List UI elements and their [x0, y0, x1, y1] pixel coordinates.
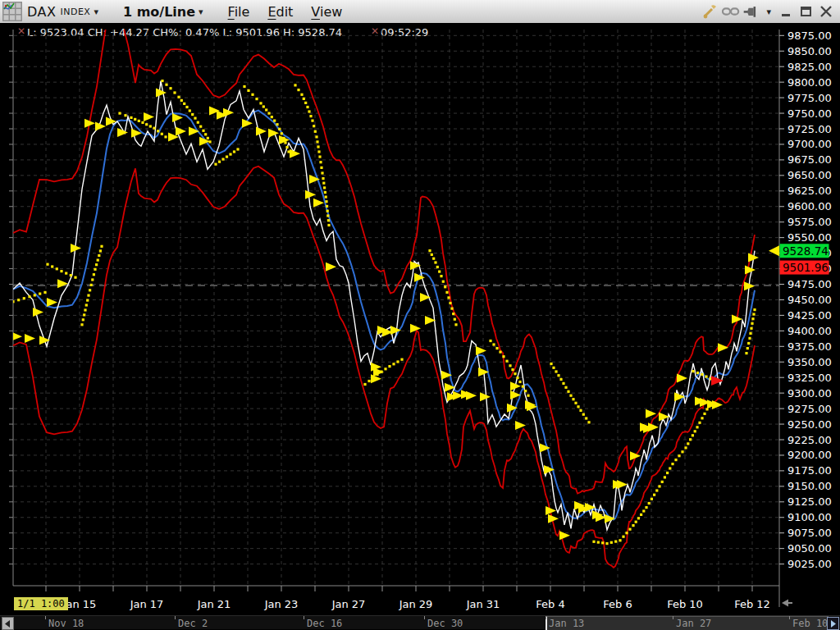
scroll-right-button[interactable] — [827, 617, 839, 630]
pin-icon[interactable] — [742, 2, 760, 21]
y-axis-label: 9275.00 — [788, 403, 832, 415]
price-chart[interactable]: 9025.009050.009075.009100.009125.009150.… — [0, 23, 840, 615]
x-axis-label: Feb 4 — [536, 598, 564, 610]
minimize-icon[interactable] — [779, 5, 794, 18]
buy-signal-icon — [47, 298, 57, 307]
scrollbar-date-label: Dec 2 — [178, 618, 208, 629]
last-price-label: 9528.74 — [780, 244, 829, 258]
buy-signal-icon — [718, 343, 728, 352]
y-axis-label: 9125.00 — [788, 495, 832, 508]
scrollbar-tick — [546, 616, 546, 619]
window-controls — [774, 5, 833, 18]
buy-signal-icon — [476, 346, 486, 355]
y-axis-label: 9775.00 — [788, 92, 832, 104]
menu-edit[interactable]: Edit — [267, 4, 293, 20]
scrollbar-date-label: Jan 13 — [549, 618, 584, 629]
timeframe-selector[interactable]: 1 mo/Line — [123, 4, 195, 20]
x-axis-label: Jan 27 — [331, 598, 366, 610]
y-axis-label: 9025.00 — [788, 558, 832, 570]
buy-signal-icon — [256, 127, 267, 136]
signal-triangles — [11, 89, 759, 541]
last-price-pointer-icon — [769, 245, 779, 256]
scrollbar-tick — [45, 616, 46, 619]
sar-dots — [11, 80, 756, 545]
y-axis-label: 9625.00 — [788, 185, 832, 197]
grid — [14, 30, 778, 586]
date-scrollbar[interactable]: Nov 18Dec 2Dec 16Dec 30Jan 13Jan 27Feb 1… — [0, 615, 840, 629]
scrollbar-date-label: Nov 18 — [48, 618, 84, 629]
y-axis-label: 9350.00 — [788, 356, 832, 368]
app-chart-grid-icon — [2, 2, 22, 21]
scrollbar-date-label: Dec 30 — [427, 618, 463, 629]
y-axis-label: 9725.00 — [788, 123, 832, 135]
buy-signal-icon — [290, 149, 300, 158]
y-axis-label: 9450.00 — [788, 294, 832, 306]
y-axis-label: 9325.00 — [788, 372, 832, 384]
pin-dropdown-caret-icon[interactable]: ▾ — [766, 7, 771, 17]
buy-signal-icon — [515, 421, 526, 430]
y-axis-label: 9475.00 — [788, 278, 832, 290]
scrollbar-date-label: Jan 27 — [676, 618, 711, 629]
buy-signal-icon — [268, 129, 279, 138]
low-price-label: 9501.96 — [780, 261, 829, 275]
buy-signal-icon — [466, 391, 477, 400]
restore-icon[interactable] — [799, 5, 814, 18]
x-axis-label: Jan 31 — [466, 598, 500, 610]
buy-signal-icon — [712, 400, 723, 409]
page-interval-badge: 1/1 1:00 — [14, 597, 68, 610]
y-axis-label: 9175.00 — [788, 464, 832, 477]
y-axis-label: 9400.00 — [788, 325, 832, 337]
wrench-icon[interactable] — [701, 2, 719, 21]
axis-scroll-arrow-icon[interactable] — [782, 600, 788, 607]
y-axis-label: 9600.00 — [788, 200, 832, 212]
scroll-left-button[interactable] — [2, 617, 14, 630]
scrollbar-date-label: Dec 16 — [307, 618, 342, 629]
x-axis-label: Jan 23 — [264, 598, 299, 610]
x-axis-labels: Jan 15Jan 17Jan 21Jan 23Jan 27Jan 29Jan … — [46, 586, 770, 610]
x-axis-label: Jan 29 — [399, 598, 433, 610]
buy-signal-icon — [25, 334, 35, 343]
svg-text:9528.74: 9528.74 — [783, 244, 829, 258]
y-axis-label: 9200.00 — [788, 449, 832, 461]
symbol-dropdown-caret-icon[interactable]: ▾ — [94, 7, 98, 17]
scrollbar-tick — [673, 616, 673, 619]
menu-view[interactable]: View — [311, 4, 342, 20]
buy-signal-icon — [144, 112, 154, 121]
y-axis-label: 9250.00 — [788, 418, 832, 431]
y-axis-label: 9425.00 — [788, 309, 832, 322]
link-icon[interactable] — [722, 2, 740, 21]
buy-signal-icon — [420, 293, 431, 302]
buy-signal-icon — [745, 266, 756, 275]
close-icon[interactable] — [819, 5, 833, 18]
menu-file[interactable]: File — [228, 4, 250, 20]
scrollbar-tick — [424, 616, 425, 619]
buy-signal-icon — [480, 392, 491, 401]
lower-band-line — [13, 167, 755, 568]
y-axis-labels: 9025.009050.009075.009100.009125.009150.… — [788, 30, 832, 570]
y-axis-label: 9300.00 — [788, 387, 832, 399]
timeframe-dropdown-caret-icon[interactable]: ▾ — [199, 7, 203, 17]
buy-signal-icon — [326, 262, 336, 272]
scrollbar-date-label: Feb 10 — [792, 618, 828, 629]
buy-signal-icon — [677, 374, 687, 383]
symbol-type[interactable]: INDEX — [60, 7, 90, 17]
buy-signal-icon — [39, 336, 50, 345]
symbol-name[interactable]: DAX — [27, 4, 56, 20]
chart-window: DAX INDEX ▾ 1 mo/Line ▾ FileEditView ▾ — [0, 0, 840, 630]
y-axis-label: 9700.00 — [788, 138, 832, 150]
y-axis-label: 9850.00 — [788, 45, 832, 57]
y-axis-label: 9875.00 — [788, 30, 832, 42]
y-axis-label: 9650.00 — [788, 169, 832, 181]
buy-signal-icon — [617, 480, 628, 489]
buy-signal-icon — [156, 89, 167, 98]
buy-signal-icon — [189, 127, 199, 136]
buy-signal-icon — [305, 190, 316, 199]
y-axis-label: 9075.00 — [788, 527, 832, 539]
y-axis-label: 9225.00 — [788, 434, 832, 446]
scrollbar-tick — [304, 616, 304, 619]
y-axis-label: 9375.00 — [788, 340, 832, 353]
buy-signal-icon — [313, 199, 324, 208]
x-axis-label: Feb 10 — [667, 598, 703, 610]
series-layer — [13, 23, 755, 568]
x-axis-label: Feb 6 — [603, 598, 632, 610]
